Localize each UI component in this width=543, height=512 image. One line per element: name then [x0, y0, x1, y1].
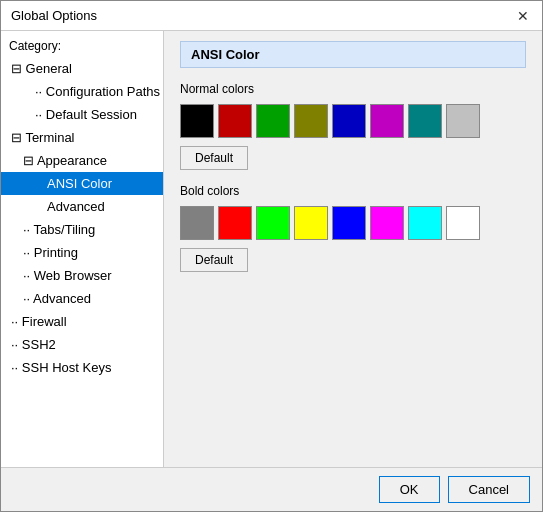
bold-colors-row [180, 206, 526, 240]
content-area: Category: ⊟ General·· Configuration Path… [1, 31, 542, 467]
bold-default-button[interactable]: Default [180, 248, 248, 272]
normal-color-swatch-nc4[interactable] [332, 104, 366, 138]
bold-color-swatch-bc6[interactable] [408, 206, 442, 240]
bold-color-swatch-bc4[interactable] [332, 206, 366, 240]
normal-default-button[interactable]: Default [180, 146, 248, 170]
sidebar-item-appearance[interactable]: ⊟ Appearance [1, 149, 163, 172]
window-title: Global Options [11, 8, 97, 23]
main-panel: ANSI Color Normal colors Default Bold co… [164, 31, 542, 467]
sidebar-item-default-session[interactable]: ·· Default Session [1, 103, 163, 126]
bold-color-swatch-bc5[interactable] [370, 206, 404, 240]
category-label: Category: [1, 35, 163, 57]
normal-color-swatch-nc3[interactable] [294, 104, 328, 138]
bold-color-swatch-bc1[interactable] [218, 206, 252, 240]
normal-color-swatch-nc0[interactable] [180, 104, 214, 138]
sidebar-item-general[interactable]: ⊟ General [1, 57, 163, 80]
bold-colors-label: Bold colors [180, 184, 526, 198]
sidebar-item-printing[interactable]: ·· Printing [1, 241, 163, 264]
section-title: ANSI Color [180, 41, 526, 68]
sidebar-item-advanced[interactable]: ·· Advanced [1, 287, 163, 310]
footer: OK Cancel [1, 467, 542, 511]
normal-color-swatch-nc5[interactable] [370, 104, 404, 138]
sidebar-item-advanced-appearance[interactable]: Advanced [1, 195, 163, 218]
bold-color-swatch-bc7[interactable] [446, 206, 480, 240]
sidebar-item-config-paths[interactable]: ·· Configuration Paths [1, 80, 163, 103]
close-button[interactable]: ✕ [514, 7, 532, 25]
global-options-window: Global Options ✕ Category: ⊟ General·· C… [0, 0, 543, 512]
sidebar-item-ssh[interactable]: ·· SSH2 [1, 333, 163, 356]
ok-button[interactable]: OK [379, 476, 440, 503]
sidebar: Category: ⊟ General·· Configuration Path… [1, 31, 164, 467]
tree-container: ⊟ General·· Configuration Paths·· Defaul… [1, 57, 163, 379]
sidebar-item-terminal[interactable]: ⊟ Terminal [1, 126, 163, 149]
sidebar-item-ansi-color[interactable]: ANSI Color [1, 172, 163, 195]
sidebar-item-firewall[interactable]: ·· Firewall [1, 310, 163, 333]
bold-color-swatch-bc0[interactable] [180, 206, 214, 240]
normal-color-swatch-nc6[interactable] [408, 104, 442, 138]
bold-color-swatch-bc2[interactable] [256, 206, 290, 240]
normal-color-swatch-nc2[interactable] [256, 104, 290, 138]
bold-color-swatch-bc3[interactable] [294, 206, 328, 240]
sidebar-item-web-browser[interactable]: ·· Web Browser [1, 264, 163, 287]
sidebar-item-tabs-tiling[interactable]: ·· Tabs/Tiling [1, 218, 163, 241]
normal-color-swatch-nc7[interactable] [446, 104, 480, 138]
titlebar: Global Options ✕ [1, 1, 542, 31]
cancel-button[interactable]: Cancel [448, 476, 530, 503]
normal-color-swatch-nc1[interactable] [218, 104, 252, 138]
sidebar-item-ssh-host-keys[interactable]: ·· SSH Host Keys [1, 356, 163, 379]
normal-colors-row [180, 104, 526, 138]
normal-colors-label: Normal colors [180, 82, 526, 96]
